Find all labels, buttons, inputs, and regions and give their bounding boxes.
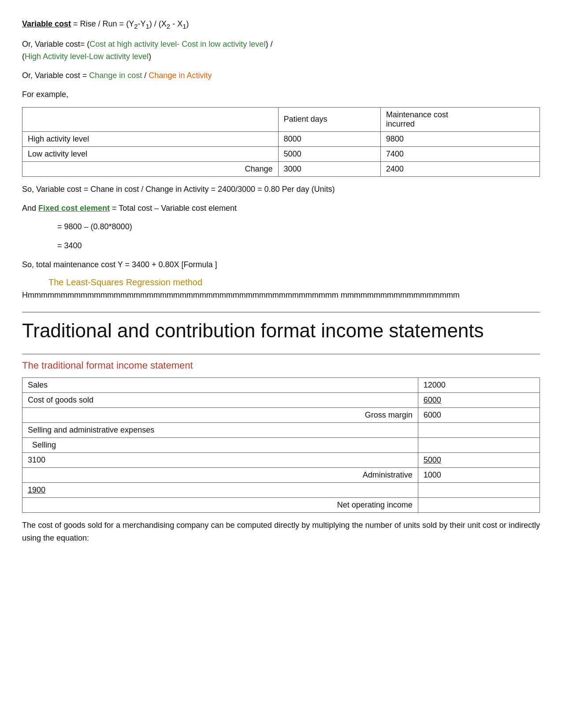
income-val-sales: 12000 (418, 377, 540, 392)
income-row-gross: Gross margin 6000 (22, 407, 540, 422)
income-label-gross: Gross margin (22, 407, 418, 422)
income-row-cogs: Cost of goods sold 6000 (22, 392, 540, 407)
income-row-net-income: Net operating income (22, 497, 540, 512)
label-high: High activity level (22, 131, 279, 146)
vc-prefix2: Or, Variable cost= ( (22, 40, 89, 49)
income-val-net-empty (418, 497, 540, 512)
vc-green2: High Activity level-Low activity level (25, 52, 149, 61)
val-change-days: 3000 (278, 161, 380, 176)
fixed-cost-eq1: = 9800 – (0.80*8000) (57, 220, 540, 233)
vc-prefix3: Or, Variable cost = (22, 71, 89, 80)
table-row-high: High activity level 8000 9800 (22, 131, 540, 146)
income-row-admin: Administrative 1000 (22, 467, 540, 482)
income-label-sales: Sales (22, 377, 418, 392)
income-val-cogs: 6000 (418, 392, 540, 407)
vc-green1: Cost at high activity level- Cost in low… (89, 40, 265, 49)
income-row-selling-admin-header: Selling and administrative expenses (22, 422, 540, 437)
income-val-gross: 6000 (418, 407, 540, 422)
section-divider-2 (22, 354, 540, 355)
val-high-cost: 9800 (380, 131, 540, 146)
label-change: Change (22, 161, 279, 176)
big-heading: Traditional and contribution format inco… (22, 318, 540, 343)
val-low-days: 5000 (278, 146, 380, 161)
header-maintenance-cost: Maintenance costincurred (380, 107, 540, 131)
formula-variable-cost-2: Or, Variable cost= (Cost at high activit… (22, 38, 540, 63)
vc-eq1: = Rise / Run = (Y2-Y1) / (X2 - X1) (73, 19, 189, 28)
vc-mid2: ) / (265, 40, 272, 49)
val-high-days: 8000 (278, 131, 380, 146)
income-row-sales: Sales 12000 (22, 377, 540, 392)
fixed-cost-eq2: = 3400 (57, 239, 540, 252)
income-val-selling-sub-empty (418, 437, 540, 452)
income-row-selling-3100: 3100 5000 (22, 452, 540, 467)
income-label-net: Net operating income (22, 497, 418, 512)
income-label-cogs: Cost of goods sold (22, 392, 418, 407)
income-val-1900-empty (418, 482, 540, 497)
vc-label: Variable cost (22, 19, 71, 28)
formula-variable-cost: Variable cost = Rise / Run = (Y2-Y1) / (… (22, 18, 540, 32)
income-row-1900: 1900 (22, 482, 540, 497)
table-header-row: Patient days Maintenance costincurred (22, 107, 540, 131)
income-label-selling-admin: Selling and administrative expenses (22, 422, 418, 437)
fixed-cost-prefix: And (22, 204, 38, 213)
val-change-cost: 2400 (380, 161, 540, 176)
section-divider-1 (22, 312, 540, 313)
lsq-heading: The Least-Squares Regression method (48, 277, 540, 287)
change-in-activity: Change in Activity (149, 71, 212, 80)
table-row-change: Change 3000 2400 (22, 161, 540, 176)
income-label-admin: Administrative (22, 467, 418, 482)
income-label-3100: 3100 (22, 452, 418, 467)
fixed-cost-label: Fixed cost element (38, 204, 110, 213)
total-cost-formula: So, total maintenance cost Y = 3400 + 0.… (22, 258, 540, 271)
header-empty (22, 107, 279, 131)
income-val-selling-admin-empty (418, 422, 540, 437)
fixed-cost-suffix: = Total cost – Variable cost element (110, 204, 237, 213)
income-row-selling-sub: Selling (22, 437, 540, 452)
example-table: Patient days Maintenance costincurred Hi… (22, 107, 540, 177)
income-val-5000: 5000 (418, 452, 540, 467)
income-table: Sales 12000 Cost of goods sold 6000 Gros… (22, 377, 540, 513)
val-low-cost: 7400 (380, 146, 540, 161)
change-in-cost: Change in cost (89, 71, 142, 80)
vc-div3: / (142, 71, 149, 80)
for-example: For example, (22, 88, 540, 101)
bottom-text: The cost of goods sold for a merchandisi… (22, 519, 540, 545)
table-row-low: Low activity level 5000 7400 (22, 146, 540, 161)
header-patient-days: Patient days (278, 107, 380, 131)
formula-variable-cost-3: Or, Variable cost = Change in cost / Cha… (22, 69, 540, 82)
income-val-1000: 1000 (418, 467, 540, 482)
income-label-selling-sub: Selling (22, 437, 418, 452)
lsq-text: Hmmmmmmmmmmmmmmmmmmmmmmmmmmmmmmmmmmmmmmm… (22, 289, 540, 301)
variable-cost-result: So, Variable cost = Chane in cost / Chan… (22, 183, 540, 196)
vc-close2: ) (149, 52, 151, 61)
traditional-heading: The traditional format income statement (22, 360, 540, 371)
label-low: Low activity level (22, 146, 279, 161)
income-label-1900: 1900 (22, 482, 418, 497)
fixed-cost-line: And Fixed cost element = Total cost – Va… (22, 202, 540, 215)
